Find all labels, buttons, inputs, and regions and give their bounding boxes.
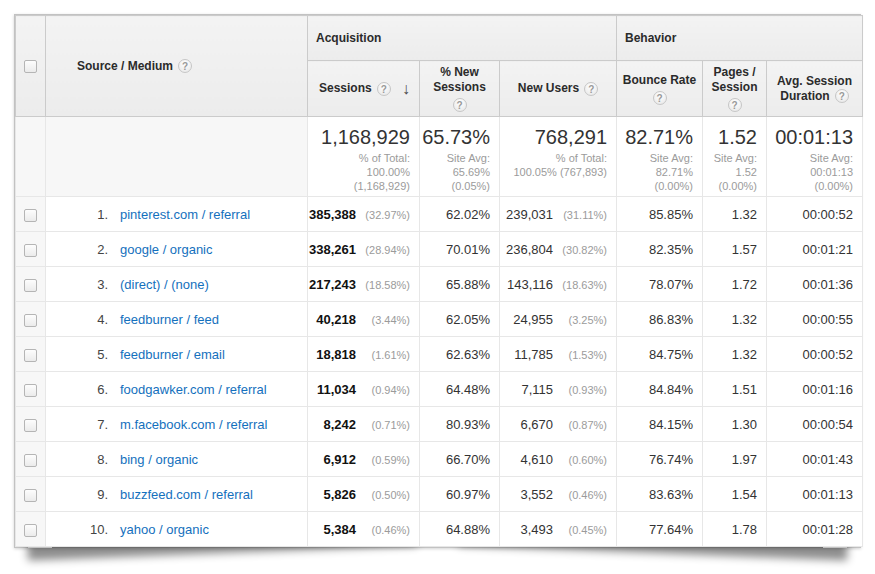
row-source-cell: 10. yahoo / organic xyxy=(46,512,308,547)
row-new-users-cell: 11,785(1.53%) xyxy=(500,337,617,372)
source-medium-link[interactable]: bing / organic xyxy=(120,452,198,467)
row-sessions-cell: 18,818(1.61%) xyxy=(308,337,420,372)
totals-pages-session-cell: 1.52 Site Avg: 1.52 (0.00%) xyxy=(703,117,767,197)
source-medium-link[interactable]: buzzfeed.com / referral xyxy=(120,487,253,502)
pages-session-value: 1.32 xyxy=(732,207,757,222)
sort-descending-icon[interactable]: ↓ xyxy=(402,81,410,96)
row-avg-duration-cell: 00:00:54 xyxy=(767,407,863,442)
row-checkbox[interactable] xyxy=(24,489,37,502)
row-checkbox[interactable] xyxy=(24,279,37,292)
table-body: 1,168,929 % of Total: 100.00% (1,168,929… xyxy=(16,117,863,547)
help-icon[interactable]: ? xyxy=(584,82,598,96)
source-medium-link[interactable]: yahoo / organic xyxy=(120,522,209,537)
row-avg-duration-cell: 00:01:16 xyxy=(767,372,863,407)
row-sessions-cell: 385,388(32.97%) xyxy=(308,197,420,232)
row-source-cell: 1. pinterest.com / referral xyxy=(46,197,308,232)
header-group-row: Source / Medium? Acquisition Behavior xyxy=(16,16,863,61)
new-users-percent: (0.45%) xyxy=(553,524,607,536)
row-checkbox[interactable] xyxy=(24,384,37,397)
row-source-cell: 9. buzzfeed.com / referral xyxy=(46,477,308,512)
sessions-percent: (3.44%) xyxy=(356,314,410,326)
pct-new-sessions-label: % New Sessions xyxy=(433,65,486,94)
help-icon[interactable]: ? xyxy=(728,98,742,112)
row-source-cell: 6. foodgawker.com / referral xyxy=(46,372,308,407)
row-checkbox[interactable] xyxy=(24,454,37,467)
new-users-value: 24,955 xyxy=(513,312,553,327)
row-pages-session-cell: 1.32 xyxy=(703,197,767,232)
row-checkbox[interactable] xyxy=(24,419,37,432)
sessions-value: 385,388 xyxy=(309,207,356,222)
column-header-source-medium[interactable]: Source / Medium? xyxy=(46,16,308,117)
row-pages-session-cell: 1.57 xyxy=(703,232,767,267)
new-users-percent: (0.60%) xyxy=(553,454,607,466)
group-header-behavior: Behavior xyxy=(617,16,863,61)
source-medium-link[interactable]: feedburner / feed xyxy=(120,312,219,327)
row-avg-duration-cell: 00:00:55 xyxy=(767,302,863,337)
avg-duration-value: 00:01:16 xyxy=(802,382,853,397)
row-pct-new-sessions-cell: 65.88% xyxy=(420,267,500,302)
source-medium-link[interactable]: (direct) / (none) xyxy=(120,277,209,292)
row-new-users-cell: 3,552(0.46%) xyxy=(500,477,617,512)
totals-row: 1,168,929 % of Total: 100.00% (1,168,929… xyxy=(16,117,863,197)
source-medium-link[interactable]: foodgawker.com / referral xyxy=(120,382,267,397)
sessions-value: 338,261 xyxy=(309,242,356,257)
help-icon[interactable]: ? xyxy=(453,98,467,112)
help-icon[interactable]: ? xyxy=(835,89,849,103)
source-medium-link[interactable]: feedburner / email xyxy=(120,347,225,362)
header-checkbox-cell xyxy=(16,16,46,117)
row-checkbox-cell xyxy=(16,337,46,372)
source-medium-link[interactable]: google / organic xyxy=(120,242,213,257)
pct-new-sessions-value: 65.88% xyxy=(446,277,490,292)
totals-new-users-sub: % of Total: 100.05% (767,893) xyxy=(500,151,607,179)
row-rank: 5. xyxy=(46,347,108,362)
help-icon[interactable]: ? xyxy=(653,91,667,105)
help-icon[interactable]: ? xyxy=(377,82,391,96)
table-row: 8. bing / organic 6,912(0.59%) 66.70% 4,… xyxy=(16,442,863,477)
avg-duration-value: 00:00:52 xyxy=(802,347,853,362)
new-users-value: 143,116 xyxy=(507,277,553,292)
row-checkbox[interactable] xyxy=(24,209,37,222)
row-checkbox-cell xyxy=(16,407,46,442)
row-rank: 1. xyxy=(46,207,108,222)
row-rank: 2. xyxy=(46,242,108,257)
select-all-checkbox[interactable] xyxy=(24,60,37,73)
pages-session-value: 1.78 xyxy=(732,522,757,537)
column-header-new-users[interactable]: New Users? xyxy=(500,61,617,117)
totals-pages-session-value: 1.52 xyxy=(703,125,757,149)
source-medium-link[interactable]: m.facebook.com / referral xyxy=(120,417,267,432)
row-new-users-cell: 143,116(18.63%) xyxy=(500,267,617,302)
column-header-bounce-rate[interactable]: Bounce Rate ? xyxy=(617,61,703,117)
column-header-pct-new-sessions[interactable]: % New Sessions ? xyxy=(420,61,500,117)
sessions-label: Sessions xyxy=(319,81,372,96)
column-header-avg-duration[interactable]: Avg. Session Duration? xyxy=(767,61,863,117)
totals-avg-duration-sub: Site Avg: 00:01:13 (0.00%) xyxy=(767,151,853,193)
pages-session-value: 1.32 xyxy=(732,312,757,327)
row-new-users-cell: 236,804(30.82%) xyxy=(500,232,617,267)
row-new-users-cell: 239,031(31.11%) xyxy=(500,197,617,232)
row-pct-new-sessions-cell: 80.93% xyxy=(420,407,500,442)
table-row: 6. foodgawker.com / referral 11,034(0.94… xyxy=(16,372,863,407)
new-users-percent: (0.46%) xyxy=(553,489,607,501)
row-checkbox[interactable] xyxy=(24,349,37,362)
row-checkbox-cell xyxy=(16,512,46,547)
row-pct-new-sessions-cell: 62.02% xyxy=(420,197,500,232)
new-users-percent: (30.82%) xyxy=(553,244,607,256)
totals-pct-new-sessions-value: 65.73% xyxy=(420,125,490,149)
row-rank: 4. xyxy=(46,312,108,327)
help-icon[interactable]: ? xyxy=(178,59,192,73)
row-checkbox[interactable] xyxy=(24,314,37,327)
sessions-percent: (0.50%) xyxy=(356,489,410,501)
sessions-value: 6,912 xyxy=(323,452,356,467)
group-header-acquisition: Acquisition xyxy=(308,16,617,61)
row-checkbox[interactable] xyxy=(24,244,37,257)
row-bounce-rate-cell: 84.75% xyxy=(617,337,703,372)
row-checkbox-cell xyxy=(16,372,46,407)
column-header-sessions[interactable]: Sessions? ↓ xyxy=(308,61,420,117)
row-pages-session-cell: 1.97 xyxy=(703,442,767,477)
row-checkbox[interactable] xyxy=(24,524,37,537)
row-rank: 9. xyxy=(46,487,108,502)
row-source-cell: 7. m.facebook.com / referral xyxy=(46,407,308,442)
column-header-pages-session[interactable]: Pages / Session ? xyxy=(703,61,767,117)
source-medium-link[interactable]: pinterest.com / referral xyxy=(120,207,250,222)
sessions-value: 5,826 xyxy=(323,487,356,502)
